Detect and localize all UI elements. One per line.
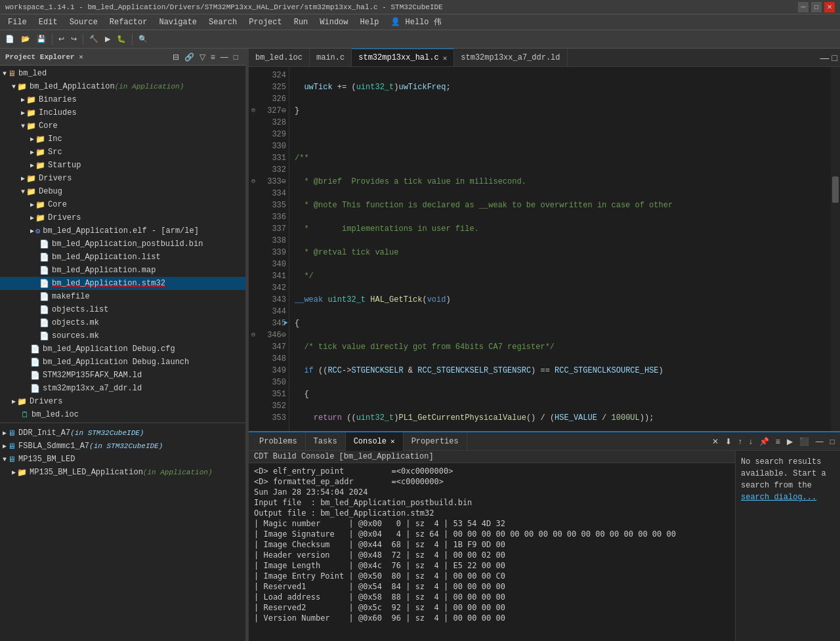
sidebar-bottom-spacer [0, 636, 245, 641]
bottom-tab-run[interactable]: ▶ [784, 436, 795, 447]
tree-item-bm-led-app[interactable]: ▼ 📁 bm_led_Application (in Application) [0, 80, 245, 93]
tree-item-stm32[interactable]: 📄 bm_led_Application.stm32 [0, 277, 245, 290]
menu-item-window[interactable]: Window [314, 16, 353, 28]
bottom-panel-max[interactable]: □ [828, 436, 837, 447]
menu-item-edit[interactable]: Edit [33, 16, 63, 28]
tree-item-debug-cfg[interactable]: 📄 bm_led_Application Debug.cfg [0, 342, 245, 356]
bottom-tab-properties[interactable]: Properties [404, 432, 467, 451]
tree-item-includes[interactable]: ▶ 📁 Includes [0, 106, 245, 119]
menu-item-refactor[interactable]: Refactor [104, 16, 153, 28]
tree-item-bm-led[interactable]: ▼ 🖥 bm_led [0, 67, 245, 80]
tree-item-ddr-init[interactable]: ▶ 🖥 DDR_Init_A7 (in STM32CubeIDE) [0, 426, 245, 440]
sidebar-menu-btn[interactable]: ≡ [209, 52, 217, 62]
tree-item-mp135[interactable]: ▼ 🖥 MP135_BM_LED [0, 453, 245, 466]
menu-item-hello[interactable]: 👤 Hello 伟 [385, 15, 446, 29]
menu-item-source[interactable]: Source [64, 16, 103, 28]
bottom-content[interactable]: <D> elf_entry_point =<0xc0000000> <D> fo… [249, 463, 735, 641]
tree-item-binaries[interactable]: ▶ 📁 Binaries [0, 93, 245, 106]
tree-item-ddr-ld[interactable]: 📄 stm32mp13xx_a7_ddr.ld [0, 382, 245, 395]
menu-item-navigate[interactable]: Navigate [154, 16, 202, 28]
menu-item-search[interactable]: Search [203, 16, 242, 28]
folder-icon: 📁 [35, 200, 45, 210]
file-icon: 📄 [39, 279, 49, 289]
tree-item-debug[interactable]: ▼ 📁 Debug [0, 185, 245, 198]
toolbar-new[interactable]: 📄 [3, 33, 17, 45]
tree-item-elf[interactable]: ▶ ⚙ bm_led_Application.elf - [arm/le] [0, 224, 245, 238]
menu-item-help[interactable]: Help [355, 16, 385, 28]
fold-346[interactable]: ⊖ [249, 329, 258, 341]
tree-item-makefile[interactable]: 📄 makefile [0, 290, 245, 303]
bottom-tab-clear-btn[interactable]: ✕ [709, 436, 721, 447]
tab-ioc[interactable]: bm_led.ioc [249, 49, 310, 67]
maximize-button[interactable]: □ [811, 2, 822, 12]
bottom-tab-problems[interactable]: Problems [251, 432, 306, 451]
sidebar-collapse-btn[interactable]: ⊟ [171, 52, 181, 62]
fold-333[interactable]: ⊖ [249, 176, 258, 188]
bottom-tab-more[interactable]: ≡ [773, 436, 783, 447]
tab-ddr[interactable]: stm32mp13xx_a7_ddr.ld [454, 49, 567, 67]
sidebar-link-btn[interactable]: 🔗 [182, 52, 196, 62]
toolbar-build[interactable]: 🔨 [87, 33, 101, 45]
bottom-tab-console[interactable]: Console ✕ [346, 432, 404, 451]
tree-item-inc[interactable]: ▶ 📁 Inc [0, 133, 245, 146]
minimize-button[interactable]: ─ [798, 2, 808, 12]
fold-329 [249, 129, 258, 140]
tree-item-src[interactable]: ▶ 📁 Src [0, 146, 245, 159]
scrollbar-right[interactable] [831, 67, 840, 431]
toolbar-save[interactable]: 💾 [34, 33, 49, 45]
code-area[interactable]: uwTick += (uint32_t)uwTickFreq; } /** * … [289, 67, 831, 431]
ln-329: 329 [258, 129, 286, 140]
toolbar-debug[interactable]: 🐛 [114, 33, 129, 45]
tree-item-fsbla[interactable]: ▶ 🖥 FSBLA_Sdmmc1_A7 (in STM32CubeIDE) [0, 440, 245, 453]
bottom-tab-scroll-down[interactable]: ↓ [746, 436, 755, 447]
tab-maximize-btn[interactable]: □ [832, 52, 837, 63]
tree-item-ioc[interactable]: 🗒 bm_led.ioc [0, 408, 245, 421]
menu-item-project[interactable]: Project [243, 16, 287, 28]
bottom-tab-scroll-up[interactable]: ↑ [736, 436, 745, 447]
tree-item-postbuild-bin[interactable]: 📄 bm_led_Application_postbuild.bin [0, 238, 245, 251]
tree-item-core[interactable]: ▼ 📁 Core [0, 119, 245, 133]
tab-hal[interactable]: stm32mp13xx_hal.c ✕ [352, 49, 454, 67]
toolbar-run[interactable]: ▶ [102, 33, 113, 45]
close-button[interactable]: ✕ [824, 2, 835, 12]
toolbar-search[interactable]: 🔍 [136, 33, 150, 45]
bottom-tab-stop[interactable]: ⬛ [797, 436, 812, 447]
tree-item-debug-launch[interactable]: 📄 bm_led_Application Debug.launch [0, 356, 245, 369]
fold-350 [249, 377, 258, 388]
toolbar-undo[interactable]: ↩ [56, 33, 67, 45]
fold-327[interactable]: ⊖ [249, 105, 258, 117]
tree-item-sources-mk[interactable]: 📄 sources.mk [0, 329, 245, 342]
tree-item-debug-drivers[interactable]: ▶ 📁 Drivers [0, 211, 245, 224]
tab-main[interactable]: main.c [310, 49, 352, 67]
menu-item-file[interactable]: File [3, 16, 32, 28]
ln-335: 335 [258, 199, 286, 211]
bottom-tab-tasks[interactable]: Tasks [306, 432, 346, 451]
tree-item-map[interactable]: 📄 bm_led_Application.map [0, 264, 245, 277]
sidebar-min-btn[interactable]: — [219, 52, 230, 62]
tree-item-objects-list[interactable]: 📄 objects.list [0, 303, 245, 316]
menu-item-run[interactable]: Run [289, 16, 314, 28]
tree-item-objects-mk[interactable]: 📄 objects.mk [0, 316, 245, 329]
editor-content[interactable]: ⊖ ⊖ ⊖ [249, 67, 840, 431]
fold-324 [249, 70, 258, 81]
bottom-tab-scroll-lock[interactable]: ⬇ [723, 436, 734, 447]
sidebar-max-btn[interactable]: □ [232, 52, 240, 62]
tree-item-startup[interactable]: ▶ 📁 Startup [0, 159, 245, 172]
console-close-icon[interactable]: ✕ [390, 437, 395, 445]
bottom-tab-pin[interactable]: 📌 [757, 436, 772, 447]
tree-item-drivers[interactable]: ▶ 📁 Drivers [0, 172, 245, 185]
tree-item-stm32mp135[interactable]: 📄 STM32MP135FAFX_RAM.ld [0, 369, 245, 382]
tree-item-debug-core[interactable]: ▶ 📁 Core [0, 198, 245, 211]
tab-minimize-btn[interactable]: — [820, 52, 830, 63]
tree-item-mp135-app[interactable]: ▶ 📁 MP135_BM_LED_Application (in Applica… [0, 466, 245, 479]
ln-331: 331 [258, 152, 286, 164]
toolbar-redo[interactable]: ↪ [68, 33, 79, 45]
search-dialog-link[interactable]: search dialog... [741, 493, 816, 502]
bottom-panel-min[interactable]: — [813, 436, 826, 447]
sidebar-filter-btn[interactable]: ▽ [198, 52, 207, 62]
tree-item-list[interactable]: 📄 bm_led_Application.list [0, 251, 245, 264]
toolbar-open[interactable]: 📂 [18, 33, 33, 45]
tree-item-drivers2[interactable]: ▶ 📁 Drivers [0, 395, 245, 408]
chevron-down-icon: ▼ [21, 123, 25, 130]
tab-close-icon[interactable]: ✕ [443, 54, 448, 62]
